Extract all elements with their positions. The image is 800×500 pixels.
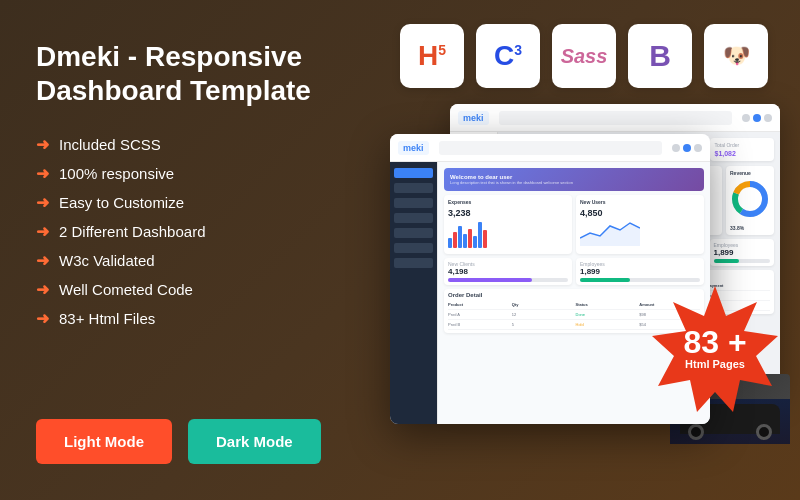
feature-label-5: W3c Validated xyxy=(59,252,155,269)
feature-label-3: Easy to Customize xyxy=(59,194,184,211)
front-bar-title: Expenses xyxy=(448,199,568,205)
fbar-3 xyxy=(458,226,462,248)
arrow-icon-3: ➜ xyxy=(36,193,49,212)
bootstrap-icon: B xyxy=(649,39,671,73)
dark-mode-button[interactable]: Dark Mode xyxy=(188,419,321,464)
page-title: Dmeki - Responsive Dashboard Template xyxy=(36,40,334,107)
sass-icon: Sass xyxy=(561,45,608,68)
dash-dot-1 xyxy=(742,114,750,122)
car-wheel-right xyxy=(756,424,772,440)
starburst-content: 83 + Html Pages xyxy=(683,326,746,371)
tech-icons-row: H5 C3 Sass B 🐶 xyxy=(400,24,768,88)
line-chart-svg xyxy=(580,218,640,246)
dash-back-search xyxy=(499,111,732,125)
front-cell-1: Prod A xyxy=(448,312,509,317)
feature-label-2: 100% responsive xyxy=(59,165,174,182)
dashboard-area: meki xyxy=(390,104,790,444)
front-new-users-title: New Users xyxy=(580,199,700,205)
front-sidebar-1 xyxy=(394,183,433,193)
front-cell-2: 12 xyxy=(512,312,573,317)
dash-front-dot-1 xyxy=(672,144,680,152)
front-metric-bar-1 xyxy=(448,278,568,282)
front-sidebar-3 xyxy=(394,213,433,223)
feature-label-6: Well Cometed Code xyxy=(59,281,193,298)
page-container: Dmeki - Responsive Dashboard Template ➜ … xyxy=(0,0,800,500)
arrow-icon-6: ➜ xyxy=(36,280,49,299)
pug-icon-box: 🐶 xyxy=(704,24,768,88)
front-cell-7: Hold xyxy=(576,322,637,327)
front-metric-2: Employees 1,899 xyxy=(576,258,704,285)
fbar-1 xyxy=(448,238,452,248)
feature-item-1: ➜ Included SCSS xyxy=(36,135,334,154)
front-bar-chart: Expenses 3,238 xyxy=(444,195,572,254)
feature-item-6: ➜ Well Cometed Code xyxy=(36,280,334,299)
front-new-users-chart: New Users 4,850 xyxy=(576,195,704,254)
front-new-users-value: 4,850 xyxy=(580,208,700,218)
front-col-product: Product xyxy=(448,302,509,307)
arrow-icon-2: ➜ xyxy=(36,164,49,183)
dash-front-header: meki xyxy=(390,134,710,162)
dash-front-sidebar xyxy=(390,162,438,424)
light-mode-button[interactable]: Light Mode xyxy=(36,419,172,464)
feature-item-4: ➜ 2 Different Dashboard xyxy=(36,222,334,241)
sass-icon-box: Sass xyxy=(552,24,616,88)
arrow-icon: ➜ xyxy=(36,135,49,154)
fbar-5 xyxy=(468,229,472,248)
stat-label-4: Total Order xyxy=(715,142,770,148)
feature-item-5: ➜ W3c Validated xyxy=(36,251,334,270)
css3-icon-box: C3 xyxy=(476,24,540,88)
front-sidebar-5 xyxy=(394,243,433,253)
feature-item-2: ➜ 100% responsive xyxy=(36,164,334,183)
donut-pct: 33.8% xyxy=(730,225,770,231)
fbar-2 xyxy=(453,232,457,248)
feature-label-1: Included SCSS xyxy=(59,136,161,153)
feature-item-3: ➜ Easy to Customize xyxy=(36,193,334,212)
welcome-sub: Long description text that is shown in t… xyxy=(450,180,698,185)
pug-icon: 🐶 xyxy=(723,43,750,69)
front-metric-bar-2 xyxy=(580,278,700,282)
left-panel: Dmeki - Responsive Dashboard Template ➜ … xyxy=(0,0,370,500)
dash-front-dot-2 xyxy=(683,144,691,152)
fbar-7 xyxy=(478,222,482,248)
feature-item-7: ➜ 83+ Html Files xyxy=(36,309,334,328)
front-metric-val-1: 4,198 xyxy=(448,267,568,276)
front-cell-6: 5 xyxy=(512,322,573,327)
front-metric-val-2: 1,899 xyxy=(580,267,700,276)
fbar-8 xyxy=(483,230,487,248)
arrow-icon-5: ➜ xyxy=(36,251,49,270)
dash-front-logo: meki xyxy=(398,141,429,155)
welcome-card: Welcome to dear user Long description te… xyxy=(444,168,704,191)
html5-icon: H5 xyxy=(418,40,446,72)
donut-chart-box: Revenue 33.8% xyxy=(726,166,774,235)
stat-card-4: Total Order $1,082 xyxy=(710,138,775,161)
front-bars xyxy=(448,218,568,248)
front-metric-1: New Clients 4,198 xyxy=(444,258,572,285)
dash-back-dots xyxy=(742,114,772,122)
front-charts-row: Expenses 3,238 xyxy=(444,195,704,254)
stat-value-4: $1,082 xyxy=(715,150,770,157)
bootstrap-icon-box: B xyxy=(628,24,692,88)
feature-label-4: 2 Different Dashboard xyxy=(59,223,205,240)
dash-dot-2 xyxy=(753,114,761,122)
dash-front-search xyxy=(439,141,662,155)
starburst-number: 83 + xyxy=(683,326,746,358)
css3-icon: C3 xyxy=(494,40,522,72)
front-bar-fill-1 xyxy=(448,278,532,282)
front-col-status: Status xyxy=(576,302,637,307)
car-wheel-left xyxy=(688,424,704,440)
fbar-4 xyxy=(463,234,467,248)
front-sidebar-6 xyxy=(394,258,433,268)
dash-front-dots xyxy=(672,144,702,152)
front-sidebar-active xyxy=(394,168,433,178)
dash-dot-3 xyxy=(764,114,772,122)
front-sidebar-2 xyxy=(394,198,433,208)
buttons-row: Light Mode Dark Mode xyxy=(36,419,334,464)
front-cell-5: Prod B xyxy=(448,322,509,327)
front-col-qty: Qty xyxy=(512,302,573,307)
arrow-icon-4: ➜ xyxy=(36,222,49,241)
right-panel: H5 C3 Sass B 🐶 meki xyxy=(370,0,800,500)
front-cell-3: Done xyxy=(576,312,637,317)
donut-title: Revenue xyxy=(730,170,770,176)
front-metric-row: New Clients 4,198 Employees 1,899 xyxy=(444,258,704,285)
starburst-badge: 83 + Html Pages xyxy=(650,284,780,414)
